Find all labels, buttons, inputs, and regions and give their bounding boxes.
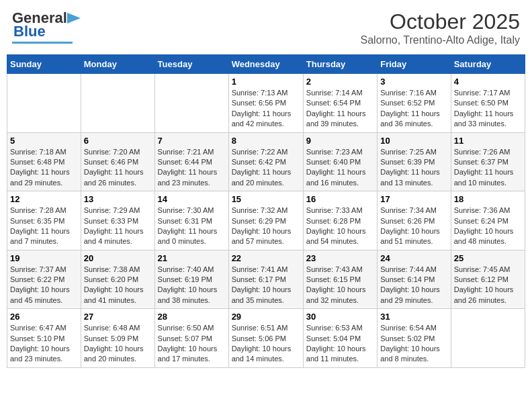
day-info: Sunrise: 7:33 AM Sunset: 6:28 PM Dayligh… — [306, 206, 366, 245]
day-number: 3 — [380, 77, 448, 87]
calendar-cell: 23Sunrise: 7:43 AM Sunset: 6:15 PM Dayli… — [303, 250, 377, 309]
calendar-cell: 16Sunrise: 7:33 AM Sunset: 6:28 PM Dayli… — [303, 191, 377, 250]
day-info: Sunrise: 7:13 AM Sunset: 6:56 PM Dayligh… — [232, 89, 292, 128]
day-info: Sunrise: 7:14 AM Sunset: 6:54 PM Dayligh… — [306, 89, 366, 128]
title-block: October 2025 Salorno, Trentino-Alto Adig… — [361, 9, 520, 46]
calendar-cell: 14Sunrise: 7:30 AM Sunset: 6:31 PM Dayli… — [154, 191, 228, 250]
calendar-cell: 26Sunrise: 6:47 AM Sunset: 5:10 PM Dayli… — [7, 309, 81, 368]
day-number: 5 — [10, 136, 78, 146]
day-info: Sunrise: 6:53 AM Sunset: 5:04 PM Dayligh… — [306, 324, 366, 363]
day-info: Sunrise: 7:37 AM Sunset: 6:22 PM Dayligh… — [10, 265, 70, 304]
day-info: Sunrise: 6:50 AM Sunset: 5:07 PM Dayligh… — [158, 324, 218, 363]
day-info: Sunrise: 7:45 AM Sunset: 6:12 PM Dayligh… — [454, 265, 514, 304]
day-info: Sunrise: 7:26 AM Sunset: 6:37 PM Dayligh… — [454, 148, 514, 187]
day-number: 24 — [380, 253, 448, 263]
day-info: Sunrise: 7:44 AM Sunset: 6:14 PM Dayligh… — [380, 265, 440, 304]
day-number: 4 — [454, 77, 522, 87]
page-title: October 2025 — [361, 9, 520, 34]
day-info: Sunrise: 7:32 AM Sunset: 6:29 PM Dayligh… — [232, 206, 292, 245]
header-tuesday: Tuesday — [154, 55, 228, 74]
calendar-cell: 11Sunrise: 7:26 AM Sunset: 6:37 PM Dayli… — [451, 132, 525, 191]
calendar-cell: 20Sunrise: 7:38 AM Sunset: 6:20 PM Dayli… — [81, 250, 154, 309]
calendar-week-row: 26Sunrise: 6:47 AM Sunset: 5:10 PM Dayli… — [7, 309, 525, 368]
calendar-cell: 18Sunrise: 7:36 AM Sunset: 6:24 PM Dayli… — [451, 191, 525, 250]
calendar-cell: 4Sunrise: 7:17 AM Sunset: 6:50 PM Daylig… — [451, 74, 525, 133]
calendar-cell: 8Sunrise: 7:22 AM Sunset: 6:42 PM Daylig… — [228, 132, 303, 191]
calendar-cell: 24Sunrise: 7:44 AM Sunset: 6:14 PM Dayli… — [378, 250, 451, 309]
day-number: 26 — [10, 312, 78, 322]
calendar-cell: 29Sunrise: 6:51 AM Sunset: 5:06 PM Dayli… — [228, 309, 303, 368]
day-info: Sunrise: 6:47 AM Sunset: 5:10 PM Dayligh… — [10, 324, 70, 363]
day-number: 17 — [380, 194, 448, 204]
day-info: Sunrise: 6:48 AM Sunset: 5:09 PM Dayligh… — [84, 324, 144, 363]
calendar-cell — [7, 74, 81, 133]
calendar-header-row: SundayMondayTuesdayWednesdayThursdayFrid… — [7, 55, 525, 74]
day-info: Sunrise: 7:38 AM Sunset: 6:20 PM Dayligh… — [84, 265, 144, 304]
day-number: 13 — [84, 194, 152, 204]
header-friday: Friday — [378, 55, 451, 74]
day-info: Sunrise: 7:18 AM Sunset: 6:48 PM Dayligh… — [10, 148, 70, 187]
calendar-cell: 28Sunrise: 6:50 AM Sunset: 5:07 PM Dayli… — [154, 309, 228, 368]
day-info: Sunrise: 7:25 AM Sunset: 6:39 PM Dayligh… — [380, 148, 440, 187]
calendar-cell: 21Sunrise: 7:40 AM Sunset: 6:19 PM Dayli… — [154, 250, 228, 309]
calendar-cell: 7Sunrise: 7:21 AM Sunset: 6:44 PM Daylig… — [154, 132, 228, 191]
day-number: 11 — [454, 136, 522, 146]
calendar-week-row: 5Sunrise: 7:18 AM Sunset: 6:48 PM Daylig… — [7, 132, 525, 191]
day-number: 2 — [306, 77, 374, 87]
day-number: 25 — [454, 253, 522, 263]
day-number: 7 — [158, 136, 226, 146]
day-number: 9 — [306, 136, 374, 146]
calendar-cell: 31Sunrise: 6:54 AM Sunset: 5:02 PM Dayli… — [378, 309, 451, 368]
calendar-cell: 2Sunrise: 7:14 AM Sunset: 6:54 PM Daylig… — [303, 74, 377, 133]
day-number: 1 — [232, 77, 300, 87]
calendar-cell: 27Sunrise: 6:48 AM Sunset: 5:09 PM Dayli… — [81, 309, 154, 368]
day-number: 21 — [158, 253, 226, 263]
page-header: General Blue October 2025 Salorno, Trent… — [7, 7, 525, 49]
logo-underline — [12, 42, 73, 44]
day-info: Sunrise: 7:17 AM Sunset: 6:50 PM Dayligh… — [454, 89, 514, 128]
calendar-week-row: 1Sunrise: 7:13 AM Sunset: 6:56 PM Daylig… — [7, 74, 525, 133]
calendar-cell: 12Sunrise: 7:28 AM Sunset: 6:35 PM Dayli… — [7, 191, 81, 250]
day-info: Sunrise: 7:40 AM Sunset: 6:19 PM Dayligh… — [158, 265, 218, 304]
calendar-cell — [451, 309, 525, 368]
logo-blue: Blue — [13, 23, 46, 40]
day-info: Sunrise: 6:51 AM Sunset: 5:06 PM Dayligh… — [232, 324, 292, 363]
day-number: 30 — [306, 312, 374, 322]
calendar-cell: 15Sunrise: 7:32 AM Sunset: 6:29 PM Dayli… — [228, 191, 303, 250]
calendar-table: SundayMondayTuesdayWednesdayThursdayFrid… — [7, 54, 525, 368]
calendar-cell: 19Sunrise: 7:37 AM Sunset: 6:22 PM Dayli… — [7, 250, 81, 309]
header-monday: Monday — [81, 55, 154, 74]
day-number: 29 — [232, 312, 300, 322]
day-number: 15 — [232, 194, 300, 204]
day-number: 12 — [10, 194, 78, 204]
header-saturday: Saturday — [451, 55, 525, 74]
day-number: 27 — [84, 312, 152, 322]
day-number: 18 — [454, 194, 522, 204]
calendar-cell: 30Sunrise: 6:53 AM Sunset: 5:04 PM Dayli… — [303, 309, 377, 368]
calendar-cell — [154, 74, 228, 133]
day-info: Sunrise: 7:16 AM Sunset: 6:52 PM Dayligh… — [380, 89, 440, 128]
day-info: Sunrise: 7:30 AM Sunset: 6:31 PM Dayligh… — [158, 206, 218, 245]
day-info: Sunrise: 7:22 AM Sunset: 6:42 PM Dayligh… — [232, 148, 292, 187]
day-number: 10 — [380, 136, 448, 146]
day-info: Sunrise: 7:28 AM Sunset: 6:35 PM Dayligh… — [10, 206, 70, 245]
calendar-cell: 22Sunrise: 7:41 AM Sunset: 6:17 PM Dayli… — [228, 250, 303, 309]
day-number: 8 — [232, 136, 300, 146]
header-sunday: Sunday — [7, 55, 81, 74]
calendar-cell — [81, 74, 154, 133]
day-info: Sunrise: 7:43 AM Sunset: 6:15 PM Dayligh… — [306, 265, 366, 304]
calendar-cell: 13Sunrise: 7:29 AM Sunset: 6:33 PM Dayli… — [81, 191, 154, 250]
calendar-cell: 3Sunrise: 7:16 AM Sunset: 6:52 PM Daylig… — [378, 74, 451, 133]
calendar-cell: 5Sunrise: 7:18 AM Sunset: 6:48 PM Daylig… — [7, 132, 81, 191]
day-info: Sunrise: 7:21 AM Sunset: 6:44 PM Dayligh… — [158, 148, 218, 187]
calendar-cell: 1Sunrise: 7:13 AM Sunset: 6:56 PM Daylig… — [228, 74, 303, 133]
calendar-week-row: 19Sunrise: 7:37 AM Sunset: 6:22 PM Dayli… — [7, 250, 525, 309]
logo: General Blue — [12, 9, 87, 44]
day-info: Sunrise: 7:41 AM Sunset: 6:17 PM Dayligh… — [232, 265, 292, 304]
day-number: 22 — [232, 253, 300, 263]
calendar-cell: 6Sunrise: 7:20 AM Sunset: 6:46 PM Daylig… — [81, 132, 154, 191]
day-info: Sunrise: 7:34 AM Sunset: 6:26 PM Dayligh… — [380, 206, 440, 245]
day-info: Sunrise: 7:20 AM Sunset: 6:46 PM Dayligh… — [84, 148, 144, 187]
day-number: 23 — [306, 253, 374, 263]
day-info: Sunrise: 7:36 AM Sunset: 6:24 PM Dayligh… — [454, 206, 514, 245]
